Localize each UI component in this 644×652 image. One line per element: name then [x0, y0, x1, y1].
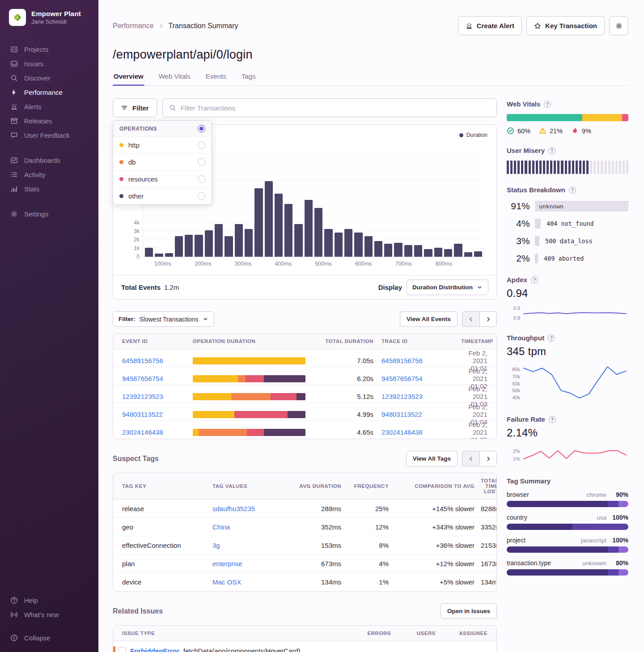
create-alert-button[interactable]: Create Alert [458, 16, 522, 35]
org-switcher[interactable]: Empower Plant Jane Schmidt [0, 9, 98, 26]
histogram-bar[interactable] [404, 245, 412, 257]
histogram-bar[interactable] [434, 248, 442, 257]
question-icon[interactable]: ? [548, 147, 555, 154]
view-all-events-button[interactable]: View All Events [400, 311, 458, 327]
trace-id-link[interactable]: 12392123523 [381, 393, 453, 400]
histogram-bar[interactable] [424, 249, 432, 257]
histogram-bar[interactable] [215, 224, 223, 257]
operation-option-other[interactable]: other [113, 188, 212, 204]
tab-web-vitals[interactable]: Web Vitals [158, 72, 191, 85]
filter-button[interactable]: Filter [113, 98, 157, 117]
histogram-bar[interactable] [165, 253, 173, 257]
tab-overview[interactable]: Overview [113, 72, 144, 85]
sidebar-item-dashboards[interactable]: Dashboards [0, 153, 98, 167]
tag-value-link[interactable]: Mac OSX [212, 578, 285, 586]
event-id-link[interactable]: 64589156756 [122, 357, 185, 364]
pager-prev-button[interactable] [462, 311, 479, 327]
histogram-bar[interactable] [225, 236, 233, 257]
tab-tags[interactable]: Tags [241, 72, 257, 85]
question-icon[interactable]: ? [549, 416, 556, 423]
operation-option-resources[interactable]: resources [113, 171, 212, 188]
question-icon[interactable]: ? [548, 334, 555, 342]
sidebar-item-settings[interactable]: Settings [0, 207, 98, 221]
pager-next-button[interactable] [479, 311, 497, 327]
sidebar-item-performance[interactable]: Performance [0, 85, 98, 99]
sidebar-item-issues[interactable]: Issues [0, 56, 98, 71]
histogram-bar[interactable] [195, 235, 203, 257]
histogram-bar[interactable] [394, 243, 402, 257]
sidebar-collapse-button[interactable]: Collapse [0, 631, 98, 645]
trace-id-link[interactable]: 23024146438 [381, 428, 453, 436]
sidebar-item-what-s-new[interactable]: What’s new [0, 607, 98, 622]
operations-dropdown-header[interactable]: OPERATIONS [113, 121, 212, 137]
histogram-bar[interactable] [245, 229, 253, 257]
transactions-filter-select[interactable]: Filter: Slowest Transactions [113, 311, 214, 327]
histogram-bar[interactable] [454, 244, 462, 257]
issue-checkbox[interactable] [119, 647, 126, 652]
histogram-bar[interactable] [464, 252, 472, 257]
sidebar-item-alerts[interactable]: Alerts [0, 99, 98, 114]
display-select[interactable]: Duration Distribution [407, 279, 488, 295]
event-id-link[interactable]: 94803113522 [122, 411, 185, 418]
histogram-bar[interactable] [284, 204, 292, 257]
histogram-bar[interactable] [275, 194, 283, 257]
histogram-bar[interactable] [364, 236, 373, 257]
event-id-link[interactable]: 12392123523 [122, 393, 185, 400]
operation-option-radio[interactable] [198, 158, 205, 166]
histogram-bar[interactable] [344, 229, 352, 257]
operation-option-radio[interactable] [198, 141, 205, 149]
pager-next-button[interactable] [479, 451, 497, 466]
operation-option-db[interactable]: db [113, 154, 212, 171]
histogram-bar[interactable] [474, 251, 482, 257]
operation-option-radio[interactable] [198, 192, 205, 200]
histogram-bar[interactable] [444, 249, 452, 257]
open-in-issues-button[interactable]: Open in Issues [441, 603, 497, 619]
histogram-bar[interactable] [305, 200, 313, 257]
settings-gear-button[interactable] [609, 16, 628, 35]
histogram-bar[interactable] [324, 229, 332, 257]
key-transaction-button[interactable]: Key Transaction [526, 16, 605, 35]
histogram-bar[interactable] [414, 245, 422, 257]
sidebar-item-help[interactable]: Help [0, 593, 98, 607]
event-id-link[interactable]: 23024146438 [122, 428, 185, 436]
trace-id-link[interactable]: 94587656754 [381, 375, 453, 382]
histogram-bar[interactable] [265, 181, 273, 257]
histogram-bar[interactable] [294, 224, 302, 257]
event-id-link[interactable]: 94587656754 [122, 375, 185, 382]
histogram-bar[interactable] [145, 248, 153, 257]
question-icon[interactable]: ? [544, 101, 551, 108]
tag-value-link[interactable]: sdaufhu35235 [212, 505, 285, 512]
breadcrumb-performance[interactable]: Performance [113, 22, 154, 30]
trace-id-link[interactable]: 64589156756 [381, 357, 453, 364]
operation-option-radio[interactable] [198, 175, 205, 183]
question-icon[interactable]: ? [569, 186, 576, 194]
histogram-bar[interactable] [155, 254, 163, 257]
question-icon[interactable]: ? [531, 276, 538, 284]
histogram-bar[interactable] [314, 208, 322, 257]
histogram-bar[interactable] [185, 235, 193, 257]
tab-events[interactable]: Events [205, 72, 227, 85]
histogram-bar[interactable] [235, 224, 243, 257]
tag-value-link[interactable]: 3g [212, 542, 285, 549]
histogram-bar[interactable] [384, 244, 392, 257]
tag-value-link[interactable]: China [212, 523, 285, 531]
sidebar-item-projects[interactable]: Projects [0, 42, 98, 56]
sidebar-item-activity[interactable]: Activity [0, 167, 98, 182]
view-all-tags-button[interactable]: View All Tags [406, 451, 458, 466]
trace-id-link[interactable]: 94803113522 [381, 411, 453, 418]
histogram-bar[interactable] [175, 236, 183, 257]
sidebar-item-stats[interactable]: Stats [0, 182, 98, 196]
sidebar-item-releases[interactable]: Releases [0, 114, 98, 128]
histogram-bar[interactable] [374, 241, 382, 257]
search-input[interactable] [181, 104, 490, 112]
sidebar-item-discover[interactable]: Discover [0, 71, 98, 85]
histogram-bar[interactable] [354, 233, 362, 257]
issue-type-link[interactable]: ForbiddenError [130, 647, 179, 652]
operation-option-http[interactable]: http [113, 137, 212, 154]
histogram-bar[interactable] [254, 188, 263, 257]
histogram-bar[interactable] [335, 233, 343, 257]
histogram-bar[interactable] [205, 230, 213, 257]
operations-header-radio[interactable] [198, 125, 205, 132]
tag-value-link[interactable]: enterprise [212, 560, 285, 567]
sidebar-item-user-feedback[interactable]: User Feedback [0, 128, 98, 142]
